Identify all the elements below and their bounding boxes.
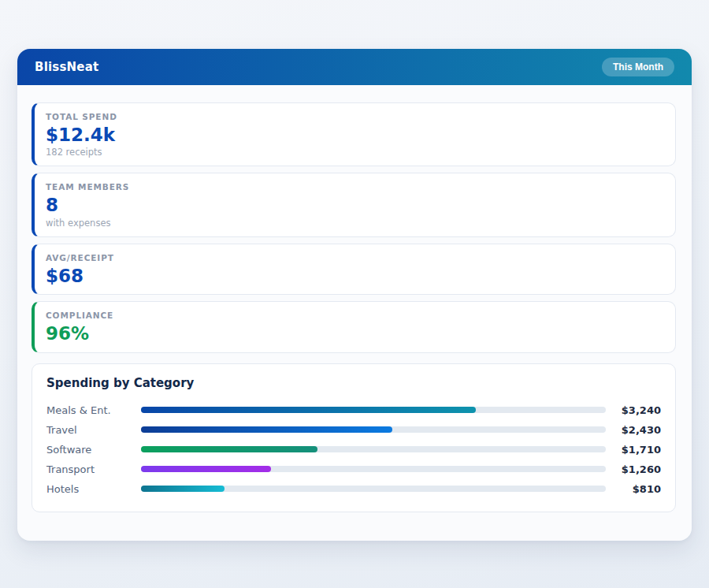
category-label: Transport: [46, 463, 141, 475]
app-title: BlissNeat: [35, 60, 98, 74]
category-value: $1,260: [606, 463, 661, 475]
dashboard-body: TOTAL SPEND $12.4k 182 receipts TEAM MEM…: [17, 85, 692, 528]
chart-row-software: Software $1,710: [46, 440, 661, 460]
stat-subtext: 182 receipts: [46, 147, 663, 158]
category-value: $3,240: [606, 404, 661, 416]
category-label: Hotels: [46, 483, 141, 495]
dashboard-panel: BlissNeat This Month TOTAL SPEND $12.4k …: [17, 49, 692, 541]
category-value: $810: [606, 483, 661, 495]
stat-label: TEAM MEMBERS: [46, 182, 663, 192]
bar-track: [141, 486, 606, 492]
category-label: Software: [46, 444, 141, 456]
bar-track: [141, 426, 606, 433]
stat-card-team-members: TEAM MEMBERS 8 with expenses: [32, 173, 676, 236]
bar-track: [141, 446, 606, 452]
stat-label: TOTAL SPEND: [46, 112, 663, 121]
stat-subtext: with expenses: [46, 218, 663, 229]
app-header: BlissNeat This Month: [17, 49, 692, 85]
chart-row-travel: Travel $2,430: [46, 420, 661, 440]
chart-title: Spending by Category: [46, 376, 661, 390]
bar-fill-hotels: [141, 486, 225, 492]
stat-value: 96%: [46, 323, 663, 344]
bar-track: [141, 407, 606, 413]
chart-row-transport: Transport $1,260: [46, 460, 661, 479]
bar-fill-software: [141, 446, 317, 452]
stat-value: $12.4k: [46, 125, 663, 145]
stat-card-total-spend: TOTAL SPEND $12.4k 182 receipts: [32, 102, 676, 166]
category-label: Meals & Ent.: [46, 404, 141, 416]
category-value: $2,430: [606, 424, 661, 436]
stat-card-compliance: COMPLIANCE 96%: [32, 301, 676, 352]
spending-by-category-chart: Spending by Category Meals & Ent. $3,240…: [32, 363, 676, 512]
bar-track: [141, 466, 606, 472]
bar-fill-transport: [141, 466, 271, 472]
chart-row-meals: Meals & Ent. $3,240: [46, 400, 661, 420]
category-label: Travel: [46, 424, 141, 436]
stat-label: COMPLIANCE: [46, 311, 663, 320]
stat-value: $68: [46, 266, 663, 286]
category-value: $1,710: [606, 444, 661, 456]
bar-fill-meals: [141, 407, 476, 413]
chart-row-hotels: Hotels $810: [46, 479, 661, 499]
stat-value: 8: [46, 195, 663, 215]
stat-card-avg-receipt: AVG/RECEIPT $68: [32, 244, 676, 295]
stat-label: AVG/RECEIPT: [46, 253, 663, 262]
period-filter-badge[interactable]: This Month: [602, 58, 674, 76]
bar-fill-travel: [141, 426, 392, 433]
